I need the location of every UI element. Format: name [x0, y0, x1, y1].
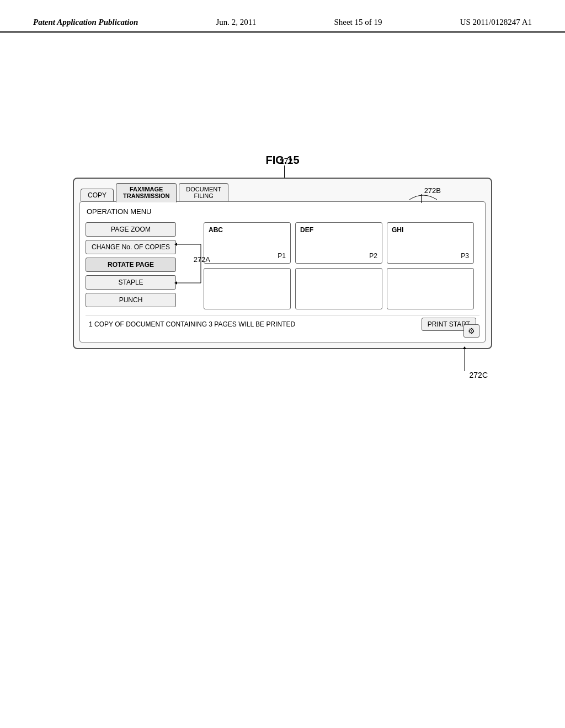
publication-title: Patent Application Publication [33, 18, 138, 27]
diagram-wrapper: 272 COPY FAX/IMAGETRANSMISSION DOCUMENTF… [73, 178, 492, 349]
tab-copy[interactable]: COPY [81, 189, 114, 201]
tab-doc[interactable]: DOCUMENTFILING [179, 183, 228, 201]
label-272: 272 [280, 157, 292, 165]
grid-cell-p1: ABC P1 [204, 222, 291, 264]
label-272-line [284, 165, 285, 178]
label-272c-arrow [454, 346, 476, 374]
menu-btn-staple[interactable]: STAPLE [86, 275, 176, 290]
menu-btn-rotate-page[interactable]: ROTATE PAGE [86, 258, 176, 272]
operation-menu-label: OPERATION MENU [86, 207, 479, 216]
grid-cell-empty-1 [204, 268, 291, 309]
inner-panel: 272B OPERATION MENU PAGE ZOOM CHANGE No.… [79, 201, 486, 342]
grid-cell-empty-2 [295, 268, 382, 309]
patent-header: Patent Application Publication Jun. 2, 2… [0, 0, 565, 33]
status-text: 1 COPY OF DOCUMENT CONTAINING 3 PAGES WI… [89, 320, 295, 328]
menu-btn-change-copies[interactable]: CHANGE No. OF COPIES [86, 240, 176, 254]
label-272b-line [421, 194, 422, 203]
patent-number: US 2011/0128247 A1 [460, 18, 532, 27]
content-area: PAGE ZOOM CHANGE No. OF COPIES ROTATE PA… [86, 222, 479, 309]
left-menu: PAGE ZOOM CHANGE No. OF COPIES ROTATE PA… [86, 222, 176, 309]
outer-panel: COPY FAX/IMAGETRANSMISSION DOCUMENTFILIN… [73, 178, 492, 349]
grid-cell-p3: GHI P3 [387, 222, 474, 264]
right-grid: ABC P1 DEF P2 GHI P3 [176, 222, 479, 309]
diagram-container: 272 COPY FAX/IMAGETRANSMISSION DOCUMENTF… [0, 178, 565, 349]
settings-icon: ⚙ [468, 326, 475, 335]
status-bar: 1 COPY OF DOCUMENT CONTAINING 3 PAGES WI… [86, 315, 479, 333]
label-272c: 272C [470, 371, 488, 379]
grid-cell-empty-3 [387, 268, 474, 309]
menu-btn-punch[interactable]: PUNCH [86, 293, 176, 307]
publication-date: Jun. 2, 2011 [216, 18, 256, 27]
label-272b: 272B [424, 186, 441, 195]
grid-cell-p2: DEF P2 [295, 222, 382, 264]
label-272a: 272A [194, 255, 210, 264]
sheet-info: Sheet 15 of 19 [334, 18, 382, 27]
settings-icon-button[interactable]: ⚙ [463, 324, 479, 338]
menu-btn-page-zoom[interactable]: PAGE ZOOM [86, 222, 176, 237]
tab-fax[interactable]: FAX/IMAGETRANSMISSION [116, 183, 177, 202]
